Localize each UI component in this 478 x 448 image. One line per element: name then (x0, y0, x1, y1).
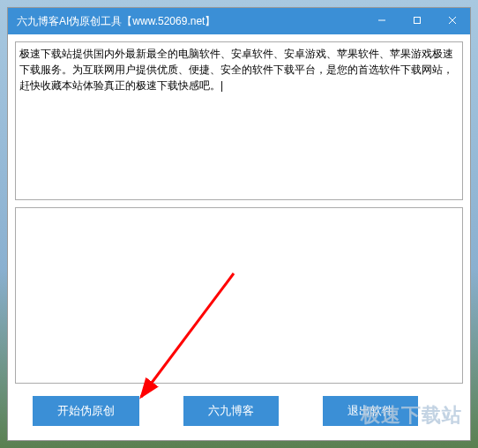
maximize-icon (413, 15, 422, 27)
close-icon (448, 15, 457, 27)
svg-rect-1 (415, 18, 421, 24)
input-textarea[interactable] (15, 41, 463, 200)
start-button[interactable]: 开始伪原创 (33, 396, 139, 426)
maximize-button[interactable] (400, 8, 435, 34)
window-controls (364, 8, 470, 34)
close-button[interactable] (435, 8, 470, 34)
exit-button[interactable]: 退出软件 (323, 396, 418, 426)
content-area: 开始伪原创 六九博客 退出软件 (8, 34, 470, 440)
app-window: 六九博客AI伪原创工具【www.52069.net】 开始伪原创 (7, 7, 471, 441)
window-title: 六九博客AI伪原创工具【www.52069.net】 (17, 14, 364, 29)
output-textarea[interactable] (15, 207, 463, 384)
minimize-icon (377, 15, 386, 27)
minimize-button[interactable] (364, 8, 400, 34)
blog-button[interactable]: 六九博客 (183, 396, 279, 426)
titlebar: 六九博客AI伪原创工具【www.52069.net】 (8, 8, 470, 34)
button-row: 开始伪原创 六九博客 退出软件 (15, 391, 463, 433)
